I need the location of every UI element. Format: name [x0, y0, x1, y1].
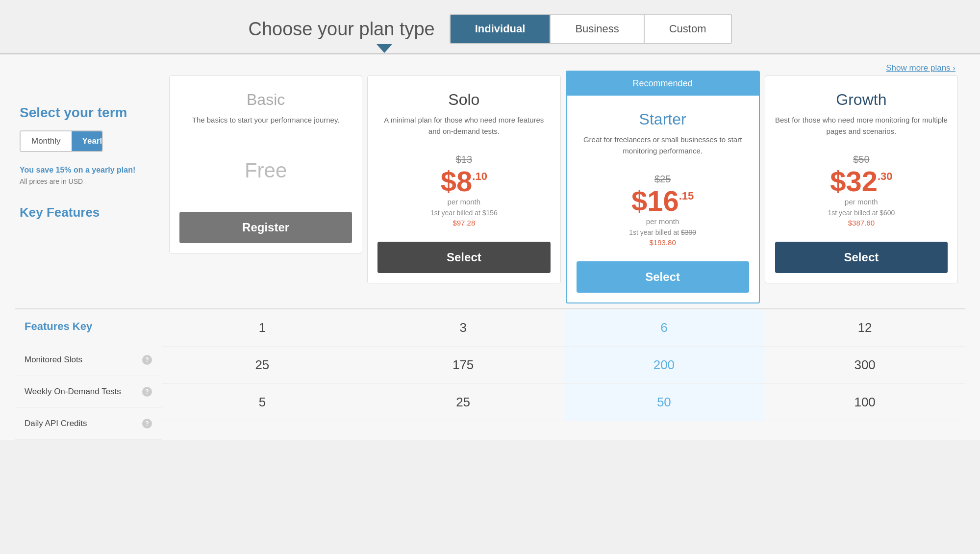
plan-name-starter: Starter [577, 110, 749, 128]
term-yearly-btn[interactable]: Yearly [72, 131, 103, 151]
features-labels: Features Key Monitored Slots ? Weekly On… [15, 309, 162, 440]
question-icon-weekly-tests[interactable]: ? [142, 387, 152, 397]
question-icon-daily-api[interactable]: ? [142, 419, 152, 428]
feature-label-daily-api: Daily API Credits [25, 419, 139, 428]
term-monthly-btn[interactable]: Monthly [21, 131, 72, 151]
plan-card-starter: Recommended Starter Great for freelancer… [566, 71, 760, 303]
feature-value-daily-solo: 25 [363, 384, 564, 421]
feature-col-starter: 6 200 50 [564, 309, 765, 440]
plan-description-solo: A minimal plan for those who need more f… [377, 115, 550, 144]
feature-value-monitored-growth: 12 [764, 309, 965, 347]
plan-price-cents-starter: .15 [679, 191, 694, 201]
plan-price-period-starter: per month [577, 217, 749, 226]
plan-tabs: Individual Business Custom [450, 14, 732, 44]
plan-name-solo: Solo [377, 91, 550, 109]
plan-price-cents-solo: .10 [472, 171, 487, 182]
key-features-title: Key Features [20, 205, 157, 220]
recommended-banner: Recommended [567, 72, 759, 96]
feature-value-weekly-growth: 300 [764, 347, 965, 384]
feature-label-monitored-slots: Monitored Slots [25, 355, 139, 365]
plan-price-billed-starter: 1st year billed at $300 [577, 228, 749, 236]
main-content: Show more plans › Select your term Month… [0, 54, 980, 440]
plan-price-cents-growth: .30 [878, 171, 893, 182]
header-tab-row: Choose your plan type Individual Busines… [0, 0, 980, 44]
plan-card-growth-inner: Growth Best for those who need more moni… [765, 76, 957, 283]
plan-price-dollars-starter: $16 [631, 187, 679, 215]
plan-price-billed-amount-starter: $193.80 [577, 238, 749, 247]
plan-price-billed-growth: 1st year billed at $600 [775, 209, 948, 217]
plan-name-basic: Basic [179, 91, 352, 109]
header-wrapper: Choose your plan type Individual Busines… [0, 0, 980, 54]
show-more-plans-link[interactable]: Show more plans › [886, 63, 955, 73]
plan-card-starter-inner: Starter Great for freelancers or small b… [567, 96, 759, 302]
feature-row-monitored-slots: Monitored Slots ? [15, 344, 162, 376]
plan-price-current-growth: $32.30 [775, 167, 948, 196]
savings-text: You save 15% on a yearly plan! [20, 166, 157, 175]
plans-cards: Basic The basics to start your performan… [167, 76, 960, 303]
feature-col-growth: 12 300 100 [764, 309, 965, 440]
register-button-basic[interactable]: Register [179, 212, 352, 243]
feature-value-monitored-solo: 3 [363, 309, 564, 347]
feature-value-monitored-starter: 6 [564, 309, 765, 347]
select-term-title: Select your term [20, 105, 157, 121]
feature-value-daily-basic: 5 [162, 384, 363, 421]
plan-card-basic-inner: Basic The basics to start your performan… [170, 76, 362, 253]
plan-price-billed-amount-growth: $387.60 [775, 219, 948, 227]
plan-price-original-growth: $50 [775, 154, 948, 165]
plans-area: Select your term Monthly Yearly You save… [15, 76, 965, 303]
feature-value-daily-growth: 100 [764, 384, 965, 421]
plan-price-period-solo: per month [377, 198, 550, 206]
features-section: Features Key Monitored Slots ? Weekly On… [15, 308, 965, 440]
term-toggle: Monthly Yearly [20, 130, 103, 152]
plan-price-billed-solo: 1st year billed at $156 [377, 209, 550, 217]
plan-description-basic: The basics to start your performance jou… [179, 115, 352, 144]
feature-value-weekly-basic: 25 [162, 347, 363, 384]
tab-business[interactable]: Business [551, 15, 644, 43]
plan-card-growth: Growth Best for those who need more moni… [765, 76, 958, 283]
question-icon-monitored-slots[interactable]: ? [142, 355, 152, 365]
plan-free-basic: Free [179, 159, 352, 182]
feature-col-basic: 1 25 5 [162, 309, 363, 440]
page-title: Choose your plan type [248, 19, 434, 40]
plan-price-original-solo: $13 [377, 154, 550, 165]
feature-value-weekly-solo: 175 [363, 347, 564, 384]
feature-label-weekly-tests: Weekly On-Demand Tests [25, 387, 139, 397]
plan-price-current-starter: $16.15 [577, 187, 749, 215]
plan-price-current-solo: $8.10 [377, 167, 550, 196]
feature-value-monitored-basic: 1 [162, 309, 363, 347]
plan-card-solo-inner: Solo A minimal plan for those who need m… [368, 76, 560, 283]
tab-arrow-indicator [377, 44, 392, 53]
select-button-growth[interactable]: Select [775, 242, 948, 273]
plan-price-billed-amount-solo: $97.28 [377, 219, 550, 227]
tab-individual[interactable]: Individual [451, 15, 551, 43]
feature-value-daily-starter: 50 [564, 384, 765, 421]
plan-price-dollars-growth: $32 [830, 167, 878, 196]
features-key-title: Features Key [15, 309, 162, 344]
prices-note: All prices are in USD [20, 177, 157, 185]
features-values: 1 25 5 3 175 25 6 200 50 12 300 100 [162, 309, 965, 440]
top-bar: Show more plans › [15, 54, 965, 76]
arrow-row [0, 44, 980, 53]
plan-name-growth: Growth [775, 91, 948, 109]
select-button-solo[interactable]: Select [377, 242, 550, 273]
plan-description-growth: Best for those who need more monitoring … [775, 115, 948, 144]
sidebar: Select your term Monthly Yearly You save… [20, 76, 167, 220]
arrow-container [343, 44, 637, 53]
feature-value-weekly-starter: 200 [564, 347, 765, 384]
tab-custom[interactable]: Custom [645, 15, 731, 43]
feature-row-weekly-tests: Weekly On-Demand Tests ? [15, 376, 162, 408]
plan-card-solo: Solo A minimal plan for those who need m… [367, 76, 560, 283]
plan-price-period-growth: per month [775, 198, 948, 206]
feature-row-daily-api: Daily API Credits ? [15, 408, 162, 440]
plan-description-starter: Great for freelancers or small businesse… [577, 134, 749, 164]
plan-card-basic: Basic The basics to start your performan… [169, 76, 362, 253]
plan-price-dollars-solo: $8 [441, 167, 473, 196]
plan-price-original-starter: $25 [577, 174, 749, 185]
feature-col-solo: 3 175 25 [363, 309, 564, 440]
select-button-starter[interactable]: Select [577, 261, 749, 293]
